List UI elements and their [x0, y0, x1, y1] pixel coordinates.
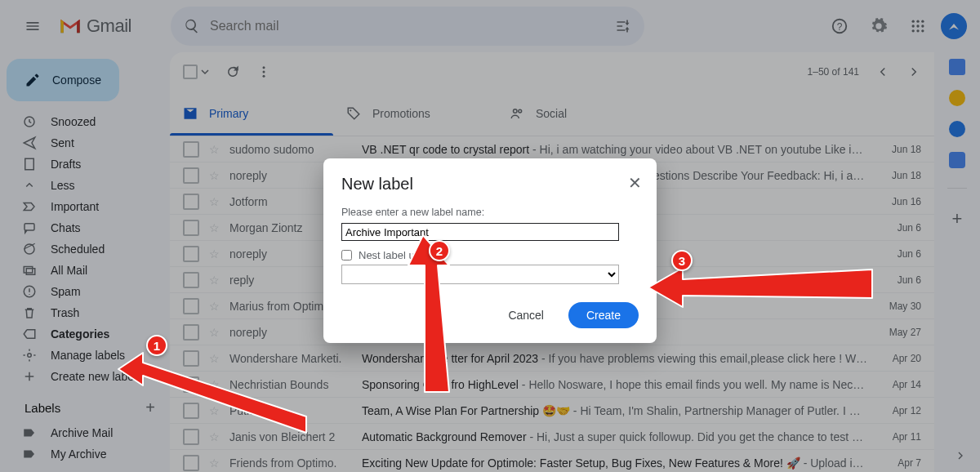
dialog-title: New label [341, 175, 639, 194]
annotation-2: 2 [429, 240, 450, 261]
create-button[interactable]: Create [568, 302, 639, 328]
dialog-close-button[interactable]: ✕ [628, 173, 642, 193]
annotation-arrow-1 [110, 343, 323, 449]
cancel-button[interactable]: Cancel [490, 302, 562, 328]
label-name-prompt: Please enter a new label name: [341, 207, 639, 218]
nest-under-row: Nest label under: [341, 249, 639, 261]
new-label-dialog: New label ✕ Please enter a new label nam… [323, 158, 657, 343]
annotation-1: 1 [146, 335, 167, 356]
annotation-3: 3 [671, 250, 693, 271]
nest-checkbox[interactable] [341, 250, 352, 260]
